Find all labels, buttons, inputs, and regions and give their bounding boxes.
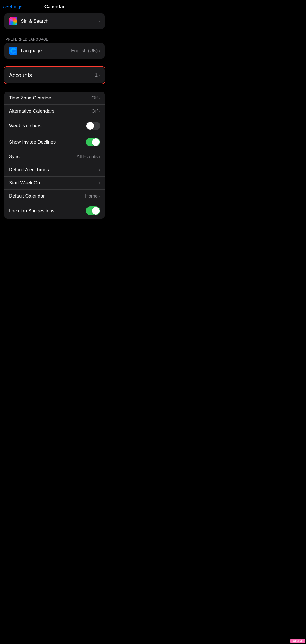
location-suggestions-toggle-thumb — [92, 207, 100, 215]
week-numbers-toggle[interactable] — [86, 122, 100, 130]
sync-chevron-icon: › — [99, 155, 100, 159]
language-row[interactable]: 🌐 Language English (UK) › — [4, 43, 105, 59]
spacer-1 — [0, 32, 109, 37]
accounts-section: Accounts 1 › — [4, 67, 105, 83]
page-title: Calendar — [44, 4, 65, 9]
time-zone-chevron-icon: › — [99, 96, 100, 100]
spacer-2 — [0, 61, 109, 67]
calendar-settings-group: Time Zone Override Off › Alternative Cal… — [4, 92, 105, 219]
default-alert-label: Default Alert Times — [9, 167, 49, 173]
siri-row-right: › — [99, 19, 100, 23]
accounts-row[interactable]: Accounts 1 › — [4, 67, 105, 83]
invitee-declines-toggle[interactable] — [86, 138, 100, 146]
time-zone-right: Off › — [91, 95, 100, 101]
navigation-bar: ‹ Settings Calendar — [0, 0, 109, 13]
default-calendar-chevron-icon: › — [99, 194, 100, 198]
default-alert-right: › — [99, 168, 100, 172]
language-section: PREFERRED LANGUAGE 🌐 Language English (U… — [4, 37, 105, 59]
language-section-label: PREFERRED LANGUAGE — [4, 37, 105, 41]
alt-calendars-label: Alternative Calendars — [9, 108, 55, 114]
siri-chevron-icon: › — [99, 19, 100, 23]
start-week-chevron-icon: › — [99, 181, 100, 185]
default-calendar-right: Home › — [85, 193, 100, 199]
language-chevron-icon: › — [99, 49, 100, 53]
start-week-right: › — [99, 181, 100, 185]
week-numbers-toggle-thumb — [86, 122, 94, 130]
sync-right: All Events › — [77, 154, 100, 160]
language-value: English (UK) — [71, 48, 98, 54]
language-icon: 🌐 — [9, 47, 17, 55]
start-week-label: Start Week On — [9, 180, 40, 186]
location-suggestions-toggle[interactable] — [86, 206, 100, 215]
language-group: 🌐 Language English (UK) › — [4, 43, 105, 59]
default-calendar-value: Home — [85, 193, 98, 199]
invitee-declines-label: Show Invitee Declines — [9, 139, 56, 145]
accounts-chevron-icon: › — [99, 73, 100, 77]
spacer-3 — [0, 86, 109, 92]
accounts-value: 1 — [95, 72, 98, 78]
alt-calendars-row[interactable]: Alternative Calendars Off › — [4, 104, 105, 118]
time-zone-label: Time Zone Override — [9, 95, 51, 101]
week-numbers-label: Week Numbers — [9, 123, 42, 129]
default-alert-row[interactable]: Default Alert Times › — [4, 163, 105, 176]
back-button[interactable]: ‹ Settings — [3, 4, 22, 9]
sync-label: Sync — [9, 154, 20, 160]
siri-row[interactable]: Siri & Search › — [4, 13, 105, 29]
location-suggestions-row: Location Suggestions — [4, 203, 105, 219]
siri-gradient-circle — [10, 18, 17, 25]
location-suggestions-label: Location Suggestions — [9, 208, 55, 214]
sync-row[interactable]: Sync All Events › — [4, 150, 105, 163]
siri-section: Siri & Search › — [4, 13, 105, 29]
back-label: Settings — [5, 4, 22, 9]
default-calendar-row[interactable]: Default Calendar Home › — [4, 189, 105, 203]
alt-calendars-chevron-icon: › — [99, 109, 100, 113]
sync-value: All Events — [77, 154, 98, 160]
siri-row-left: Siri & Search — [9, 17, 48, 25]
invitee-declines-toggle-thumb — [92, 138, 100, 146]
globe-icon: 🌐 — [10, 48, 16, 54]
language-row-right: English (UK) › — [71, 48, 100, 54]
siri-icon — [9, 17, 17, 25]
accounts-row-right: 1 › — [95, 72, 100, 78]
back-chevron-icon: ‹ — [3, 4, 5, 9]
start-week-row[interactable]: Start Week On › — [4, 176, 105, 189]
default-alert-chevron-icon: › — [99, 168, 100, 172]
calendar-settings-section: Time Zone Override Off › Alternative Cal… — [4, 92, 105, 219]
alt-calendars-right: Off › — [91, 108, 100, 114]
accounts-label: Accounts — [9, 72, 32, 79]
siri-group: Siri & Search › — [4, 13, 105, 29]
language-label: Language — [21, 48, 42, 54]
week-numbers-row: Week Numbers — [4, 118, 105, 134]
siri-label: Siri & Search — [21, 18, 48, 24]
time-zone-value: Off — [91, 95, 98, 101]
invitee-declines-row: Show Invitee Declines — [4, 134, 105, 150]
language-row-left: 🌐 Language — [9, 47, 42, 55]
default-calendar-label: Default Calendar — [9, 193, 45, 199]
alt-calendars-value: Off — [91, 108, 98, 114]
time-zone-row[interactable]: Time Zone Override Off › — [4, 92, 105, 104]
